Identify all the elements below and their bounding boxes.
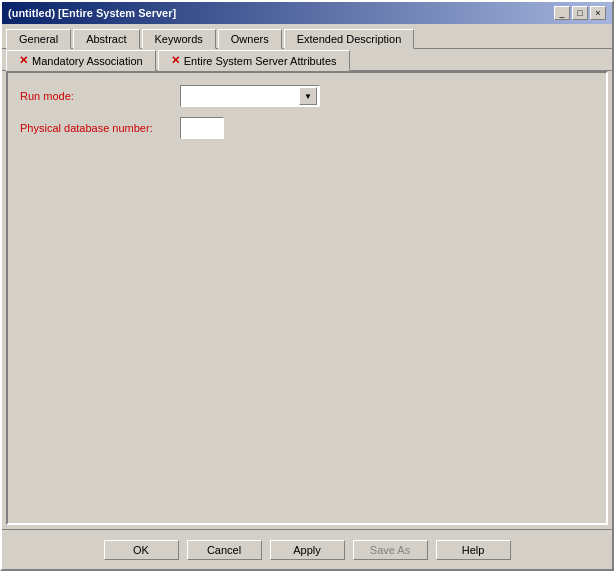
run-mode-dropdown-arrow[interactable]: ▼ — [299, 87, 317, 105]
cancel-button[interactable]: Cancel — [187, 540, 262, 560]
minimize-button[interactable]: _ — [554, 6, 570, 20]
physical-db-label: Physical database number: — [20, 122, 180, 134]
help-button[interactable]: Help — [436, 540, 511, 560]
mandatory-x-icon: ✕ — [19, 54, 28, 67]
tab-extended[interactable]: Extended Description — [284, 29, 415, 49]
apply-button[interactable]: Apply — [270, 540, 345, 560]
tab-row-2: ✕ Mandatory Association ✕ Entire System … — [2, 48, 612, 71]
close-button[interactable]: × — [590, 6, 606, 20]
run-mode-row: Run mode: ▼ — [20, 85, 594, 107]
ok-button[interactable]: OK — [104, 540, 179, 560]
button-bar: OK Cancel Apply Save As Help — [2, 529, 612, 569]
maximize-button[interactable]: □ — [572, 6, 588, 20]
run-mode-label: Run mode: — [20, 90, 180, 102]
physical-db-input[interactable] — [180, 117, 224, 139]
tab-entire-system[interactable]: ✕ Entire System Server Attributes — [158, 50, 350, 71]
save-as-button[interactable]: Save As — [353, 540, 428, 560]
run-mode-dropdown[interactable]: ▼ — [180, 85, 320, 107]
tab-general[interactable]: General — [6, 29, 71, 49]
tab-owners[interactable]: Owners — [218, 29, 282, 49]
tab-keywords[interactable]: Keywords — [142, 29, 216, 49]
title-bar: (untitled) [Entire System Server] _ □ × — [2, 2, 612, 24]
entire-x-icon: ✕ — [171, 54, 180, 67]
tab-mandatory[interactable]: ✕ Mandatory Association — [6, 50, 156, 71]
content-area: Run mode: ▼ Physical database number: — [6, 71, 608, 525]
window-title: (untitled) [Entire System Server] — [8, 7, 176, 19]
tab-row-1: General Abstract Keywords Owners Extende… — [2, 24, 612, 48]
main-window: (untitled) [Entire System Server] _ □ × … — [0, 0, 614, 571]
physical-db-row: Physical database number: — [20, 117, 594, 139]
title-bar-controls: _ □ × — [554, 6, 606, 20]
tab-abstract[interactable]: Abstract — [73, 29, 139, 49]
